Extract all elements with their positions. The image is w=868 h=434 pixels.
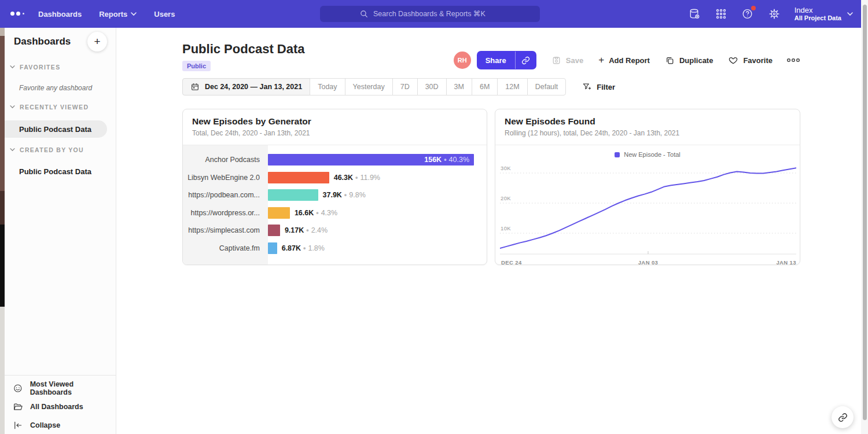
share-button[interactable]: Share [477,51,536,69]
bar-rows: Anchor Podcasts 156K•40.3% Libsyn WebEng… [183,151,487,257]
separator-dot: • [316,209,318,217]
workspace-switcher[interactable]: Index All Project Data [795,6,853,22]
scrollbar-thumb[interactable] [863,5,867,420]
save-label: Save [566,56,583,65]
filter-label: Filter [597,83,615,91]
bar-value-number: 156K [424,156,442,164]
nav-items: Dashboards Reports Users [38,0,175,28]
sidebar-item-public-podcast-data[interactable]: Public Podcast Data [5,120,107,138]
card-title: New Episodes Found [505,116,790,127]
section-favorites[interactable]: FAVORITES [5,64,60,71]
save-button[interactable]: Save [551,56,583,65]
bar[interactable] [268,207,290,219]
sliver-segment [0,36,5,191]
card-header: New Episodes Found Rolling (12 hours), t… [495,109,800,145]
global-search[interactable] [320,6,540,22]
bar-chart-card: New Episodes by Generator Total, Dec 24t… [182,109,487,265]
database-icon[interactable] [688,8,701,20]
preset-yesterday[interactable]: Yesterday [345,78,393,95]
bar-value: 46.3K•11.9% [334,174,380,182]
more-menu-button[interactable] [786,57,800,63]
apps-grid-icon[interactable] [715,8,727,20]
preset-12m[interactable]: 12M [497,78,527,95]
x-tick-jan03: JAN 03 [638,259,659,266]
share-link-button[interactable] [516,51,536,69]
scrollbar-track[interactable] [861,0,868,434]
workspace-scope: All Project Data [795,14,841,22]
logo-dot [16,12,20,16]
y-tick-10k: 10K [501,225,511,231]
app-logo[interactable] [10,12,24,16]
bar[interactable] [268,225,280,236]
bar[interactable] [268,189,318,201]
nav-item-dashboards[interactable]: Dashboards [38,10,82,19]
bar-value: 6.87K•1.8% [282,244,325,252]
preset-7d[interactable]: 7D [392,78,418,95]
share-label[interactable]: Share [477,51,515,69]
bar[interactable]: 156K•40.3% [268,154,474,165]
workspace-name: Index [795,6,841,14]
footer-label: Most Viewed Dashboards [30,380,116,396]
most-viewed-dashboards-button[interactable]: Most Viewed Dashboards [5,379,116,398]
section-label: FAVORITES [20,64,60,71]
section-created-by-you[interactable]: CREATED BY YOU [5,146,84,153]
bar-row: Captivate.fm 6.87K•1.8% [183,240,487,258]
workspace-labels: Index All Project Data [795,6,841,22]
duplicate-icon [665,56,675,65]
chart-legend[interactable]: New Episode - Total [495,145,800,159]
filter-button[interactable]: Filter [582,82,615,91]
collapse-icon [13,420,23,431]
bar-row: Libsyn WebEngine 2.0 46.3K•11.9% [183,169,487,187]
bar-category-label: https://simplecast.com [183,226,268,234]
card-subtitle: Rolling (12 hours), total, Dec 24th, 202… [505,129,790,137]
favorite-button[interactable]: Favorite [728,56,773,65]
bar[interactable] [268,172,329,183]
section-recently-viewed[interactable]: RECENTLY VIEWED [5,104,89,111]
chevron-down-icon [10,148,15,152]
bar-value-number: 9.17K [285,226,304,234]
date-range-picker[interactable]: Dec 24, 2020 — Jan 13, 2021 [182,78,310,95]
nav-item-reports[interactable]: Reports [99,10,137,19]
sliver-segment [0,191,5,225]
preset-3m[interactable]: 3M [446,78,472,95]
chevron-down-icon [131,12,137,16]
line-chart-card: New Episodes Found Rolling (12 hours), t… [495,109,800,265]
bar-value-percent: 11.9% [360,174,380,182]
sidebar-item-public-podcast-data[interactable]: Public Podcast Data [5,163,107,180]
help-icon[interactable] [741,8,754,20]
all-dashboards-button[interactable]: All Dashboards [5,398,116,416]
preset-6m[interactable]: 6M [472,78,498,95]
sidebar-footer: Most Viewed Dashboards All Dashboards Co… [5,375,116,434]
bar[interactable] [268,242,277,254]
main-content: Public Podcast Data Public RH Share Save… [116,28,861,434]
chevron-down-icon [10,105,15,109]
heart-icon [728,56,738,65]
separator-dot: • [303,244,306,252]
preset-today[interactable]: Today [310,78,345,95]
bar-value-percent: 1.8% [308,244,325,252]
share-link-fab[interactable] [832,406,854,428]
bar-value: 16.6K•4.3% [295,209,337,217]
line-chart[interactable]: 30K 20K 10K DEC 24 JAN 03 JAN 13 [500,161,795,268]
date-range-label: Dec 24, 2020 — Jan 13, 2021 [205,83,302,91]
x-tick-jan13: JAN 13 [776,259,796,266]
duplicate-button[interactable]: Duplicate [665,56,713,65]
add-report-button[interactable]: + Add Report [598,56,650,65]
search-input[interactable] [373,10,501,18]
nav-item-label: Reports [99,10,127,19]
preset-30d[interactable]: 30D [417,78,447,95]
duplicate-label: Duplicate [679,56,713,65]
avatar[interactable]: RH [454,52,471,69]
logo-dot [10,12,14,16]
bar-value-number: 16.6K [295,209,314,217]
sliver-segment [0,307,5,434]
preset-default[interactable]: Default [527,78,567,95]
footer-label: Collapse [30,421,60,429]
bar-track: 16.6K•4.3% [268,207,487,219]
collapse-sidebar-button[interactable]: Collapse [5,416,116,434]
add-dashboard-button[interactable]: + [87,32,107,52]
bar-category-label: https://podbean.com... [183,191,268,199]
nav-item-users[interactable]: Users [154,10,175,19]
logo-dot [23,13,24,14]
settings-gear-icon[interactable] [768,8,781,20]
